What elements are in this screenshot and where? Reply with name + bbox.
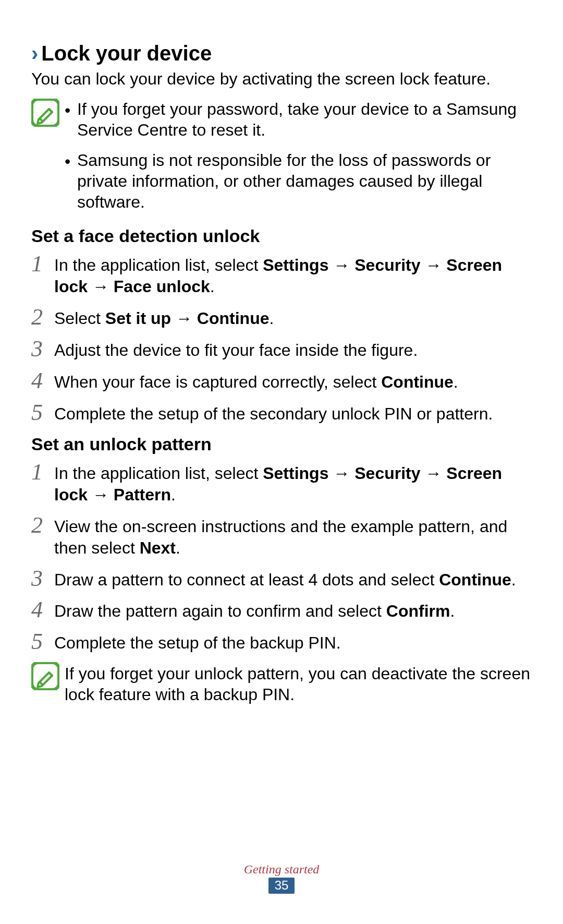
- step-row: 3 Adjust the device to fit your face ins…: [31, 338, 532, 361]
- step-body: In the application list, select Settings…: [54, 461, 532, 506]
- step-text: .: [454, 373, 458, 391]
- step-bold: Confirm: [386, 602, 450, 620]
- step-row: 1 In the application list, select Settin…: [31, 253, 532, 297]
- step-text: Draw a pattern to connect at least 4 dot…: [54, 570, 439, 589]
- step-row: 2 Select Set it up → Continue.: [31, 306, 532, 329]
- step-text: Complete the setup of the secondary unlo…: [54, 404, 493, 423]
- step-bold: Next: [140, 538, 176, 557]
- step-body: Adjust the device to fit your face insid…: [54, 338, 532, 361]
- step-number: 1: [31, 253, 54, 275]
- step-row: 1 In the application list, select Settin…: [31, 461, 532, 506]
- step-text: Draw the pattern again to confirm and se…: [54, 602, 386, 620]
- step-bold: Set it up → Continue: [105, 309, 270, 328]
- step-bold: Continue: [439, 570, 511, 589]
- step-number: 3: [31, 338, 54, 361]
- section-title-text: Lock your device: [41, 42, 212, 65]
- step-number: 4: [31, 598, 54, 621]
- step-text: .: [171, 485, 176, 504]
- page-footer: Getting started 35: [0, 862, 563, 894]
- step-body: Complete the setup of the secondary unlo…: [54, 401, 532, 425]
- step-number: 2: [31, 306, 54, 329]
- intro-text: You can lock your device by activating t…: [31, 68, 532, 89]
- step-text: View the on-screen instructions and the …: [54, 517, 507, 557]
- note-text: If you forget your unlock pattern, you c…: [65, 662, 532, 705]
- step-text: .: [210, 277, 215, 296]
- chevron-icon: ›: [31, 42, 38, 65]
- step-body: Complete the setup of the backup PIN.: [54, 630, 532, 654]
- subhead-face-detection: Set a face detection unlock: [31, 226, 532, 246]
- page-number-badge: 35: [268, 878, 295, 894]
- step-text: .: [269, 309, 274, 328]
- step-body: Draw a pattern to connect at least 4 dot…: [54, 567, 532, 591]
- note-callout-2: If you forget your unlock pattern, you c…: [31, 662, 532, 705]
- subhead-unlock-pattern: Set an unlock pattern: [31, 434, 532, 454]
- note-bullet-text: Samsung is not responsible for the loss …: [77, 150, 532, 212]
- step-number: 5: [31, 401, 54, 424]
- step-text: .: [176, 538, 180, 557]
- bullet-dot: •: [65, 99, 77, 140]
- step-text: .: [511, 570, 516, 589]
- step-text: In the application list, select: [54, 256, 263, 274]
- step-body: In the application list, select Settings…: [54, 253, 532, 297]
- note-callout-1: • If you forget your password, take your…: [31, 99, 532, 212]
- note-bullet: • Samsung is not responsible for the los…: [65, 150, 532, 212]
- footer-section-name: Getting started: [0, 862, 563, 877]
- step-text: When your face is captured correctly, se…: [54, 373, 381, 391]
- step-row: 3 Draw a pattern to connect at least 4 d…: [31, 567, 532, 591]
- step-row: 4 When your face is captured correctly, …: [31, 369, 532, 393]
- step-body: View the on-screen instructions and the …: [54, 514, 532, 559]
- step-number: 4: [31, 369, 54, 392]
- section-title: ›Lock your device: [31, 42, 532, 65]
- step-row: 4 Draw the pattern again to confirm and …: [31, 598, 532, 622]
- step-row: 2 View the on-screen instructions and th…: [31, 514, 532, 559]
- note-bullet-text: If you forget your password, take your d…: [77, 99, 532, 140]
- step-body: When your face is captured correctly, se…: [54, 369, 532, 393]
- bullet-dot: •: [65, 150, 77, 212]
- step-row: 5 Complete the setup of the backup PIN.: [31, 630, 532, 654]
- step-bold: Continue: [381, 373, 454, 391]
- step-text: Adjust the device to fit your face insid…: [54, 341, 418, 359]
- note-content: • If you forget your password, take your…: [65, 99, 532, 212]
- step-number: 1: [31, 461, 54, 484]
- step-row: 5 Complete the setup of the secondary un…: [31, 401, 532, 425]
- step-text: Select: [54, 309, 105, 328]
- step-number: 3: [31, 567, 54, 590]
- step-text: In the application list, select: [54, 464, 263, 483]
- step-number: 2: [31, 514, 54, 537]
- step-text: .: [450, 602, 455, 620]
- note-icon: [31, 662, 59, 690]
- step-text: Complete the setup of the backup PIN.: [54, 633, 341, 652]
- note-bullet: • If you forget your password, take your…: [65, 99, 532, 140]
- note-icon: [31, 99, 59, 127]
- step-body: Select Set it up → Continue.: [54, 306, 532, 329]
- step-body: Draw the pattern again to confirm and se…: [54, 598, 532, 622]
- step-number: 5: [31, 630, 54, 653]
